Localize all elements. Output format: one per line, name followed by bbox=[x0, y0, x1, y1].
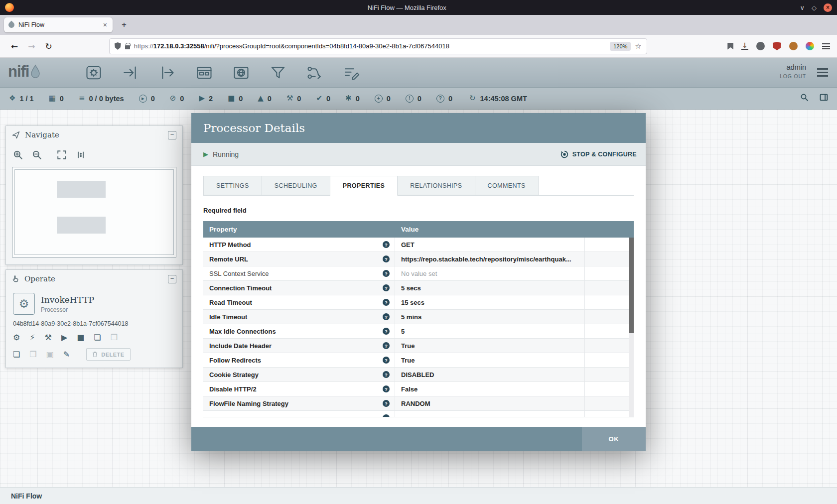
label-icon[interactable] bbox=[343, 64, 361, 82]
breadcrumb[interactable]: NiFi Flow bbox=[11, 492, 42, 500]
input-port-icon[interactable] bbox=[122, 64, 140, 82]
property-cell: Include Date Header? bbox=[203, 339, 395, 353]
zoom-level-badge[interactable]: 120% bbox=[610, 42, 631, 51]
zoom-out-icon[interactable] bbox=[32, 150, 42, 160]
help-icon[interactable]: ? bbox=[383, 284, 390, 291]
trash-icon bbox=[92, 351, 98, 358]
window-minimize-button[interactable]: ∨ bbox=[800, 4, 805, 11]
property-cell: Cookie Strategy? bbox=[203, 368, 395, 381]
table-scrollbar-thumb[interactable] bbox=[629, 238, 634, 333]
extension-icon[interactable] bbox=[789, 42, 798, 50]
browser-tab[interactable]: NiFi Flow × bbox=[4, 17, 113, 32]
property-row: SSL Context Service?No value set bbox=[203, 266, 629, 281]
birdseye-minimap[interactable] bbox=[12, 167, 176, 257]
group-button[interactable]: ❏ bbox=[94, 334, 101, 342]
logout-link[interactable]: LOG OUT bbox=[780, 73, 806, 79]
process-group-icon[interactable] bbox=[195, 64, 213, 82]
brush-button[interactable]: ✎ bbox=[63, 351, 70, 359]
remote-process-group-icon[interactable] bbox=[232, 64, 250, 82]
tracking-shield-icon[interactable] bbox=[115, 42, 121, 50]
table-scrollbar bbox=[629, 238, 634, 417]
stop-button[interactable]: ■ bbox=[77, 334, 84, 342]
property-value: DISABLED bbox=[395, 368, 585, 381]
search-icon[interactable] bbox=[800, 93, 809, 104]
property-extra-cell bbox=[585, 281, 629, 295]
funnel-icon[interactable] bbox=[269, 64, 287, 82]
extension-account-icon[interactable] bbox=[756, 42, 765, 50]
refresh-icon[interactable]: ↻ bbox=[469, 95, 476, 102]
global-menu-icon[interactable] bbox=[817, 68, 828, 70]
delete-button[interactable]: DELETE bbox=[86, 348, 130, 361]
new-tab-button[interactable]: + bbox=[118, 19, 131, 31]
help-icon[interactable]: ? bbox=[383, 270, 390, 277]
paste-button: ❐ bbox=[29, 351, 36, 359]
stale-icon: + bbox=[375, 95, 383, 103]
tab-scheduling[interactable]: SCHEDULING bbox=[262, 176, 330, 195]
zoom-actual-size-icon[interactable] bbox=[76, 150, 86, 160]
stop-and-configure-button[interactable]: STOP & CONFIGURE bbox=[560, 143, 637, 165]
property-value: RANDOM bbox=[395, 396, 585, 410]
panel-toggle-icon[interactable] bbox=[820, 93, 828, 104]
zoom-in-icon[interactable] bbox=[13, 150, 23, 160]
window-titlebar: NiFi Flow — Mozilla Firefox ∨ ◇ × bbox=[0, 0, 837, 15]
zoom-fit-icon[interactable] bbox=[57, 150, 67, 160]
bookmarks-icon[interactable] bbox=[727, 43, 733, 50]
stopped-icon: ■ bbox=[228, 95, 235, 102]
configure-button[interactable]: ⚙ bbox=[13, 334, 20, 342]
operate-row2: ❏❐▣✎ DELETE bbox=[13, 348, 175, 361]
tab-properties[interactable]: PROPERTIES bbox=[330, 176, 398, 196]
help-icon[interactable]: ? bbox=[383, 328, 390, 335]
start-button[interactable]: ▶ bbox=[61, 334, 67, 342]
navigate-collapse-button[interactable]: − bbox=[168, 131, 176, 139]
operate-collapse-button[interactable]: − bbox=[168, 275, 176, 283]
extension-pinwheel-icon[interactable] bbox=[806, 42, 814, 50]
help-icon[interactable]: ? bbox=[383, 299, 390, 306]
bookmark-star-icon[interactable]: ☆ bbox=[635, 42, 641, 51]
help-icon[interactable]: ? bbox=[383, 371, 390, 378]
transmitting-icon: ▸ bbox=[139, 95, 147, 103]
tab-settings[interactable]: SETTINGS bbox=[203, 176, 262, 195]
nifi-header: nifi admin LOG OUT bbox=[0, 58, 837, 88]
tab-close-icon[interactable]: × bbox=[102, 21, 108, 29]
processor-icon[interactable] bbox=[85, 64, 103, 82]
url-text[interactable]: https://172.18.0.3:32558/nifi/?processGr… bbox=[134, 42, 606, 50]
tab-comments[interactable]: COMMENTS bbox=[475, 176, 539, 195]
extension-ublock-icon[interactable] bbox=[773, 42, 781, 50]
breadcrumb-bar: NiFi Flow bbox=[0, 487, 837, 504]
help-icon[interactable]: ? bbox=[383, 414, 390, 417]
window-close-button[interactable]: × bbox=[824, 3, 832, 12]
window-maximize-button[interactable]: ◇ bbox=[812, 4, 817, 11]
url-bar[interactable]: https://172.18.0.3:32558/nifi/?processGr… bbox=[109, 38, 647, 54]
property-row: Disable HTTP/2?False bbox=[203, 382, 629, 396]
help-icon[interactable]: ? bbox=[383, 313, 390, 320]
help-icon[interactable]: ? bbox=[383, 342, 390, 349]
help-icon[interactable]: ? bbox=[383, 357, 390, 364]
enable-button[interactable]: ⚡ bbox=[29, 334, 35, 342]
help-icon[interactable]: ? bbox=[383, 400, 390, 407]
nifi-favicon-icon bbox=[7, 21, 16, 29]
disable-button[interactable]: ⚒ bbox=[45, 334, 52, 342]
property-name: HTTP Method bbox=[209, 241, 383, 249]
url-scheme: https:// bbox=[134, 42, 153, 50]
property-extra-cell bbox=[585, 238, 629, 252]
template-icon[interactable] bbox=[306, 64, 324, 82]
tab-relationships[interactable]: RELATIONSHIPS bbox=[398, 176, 475, 195]
ok-button[interactable]: OK bbox=[582, 427, 646, 451]
forward-button[interactable]: → bbox=[23, 39, 40, 53]
copy-button[interactable]: ❏ bbox=[13, 351, 20, 359]
help-icon[interactable]: ? bbox=[383, 385, 390, 392]
output-port-icon[interactable] bbox=[158, 64, 176, 82]
help-icon[interactable]: ? bbox=[383, 255, 390, 262]
back-button[interactable]: ← bbox=[6, 39, 23, 53]
property-name: FlowFile Naming Strategy bbox=[209, 400, 383, 407]
property-name: Follow Redirects bbox=[209, 357, 383, 364]
browser-menu-icon[interactable] bbox=[822, 43, 830, 44]
property-row: Connection Timeout?5 secs bbox=[203, 281, 629, 295]
reload-button[interactable]: ↻ bbox=[40, 39, 57, 53]
property-cell: Read Timeout? bbox=[203, 295, 395, 309]
lock-icon[interactable] bbox=[125, 45, 130, 49]
minimap-component bbox=[57, 181, 106, 198]
operate-panel: Operate − ⚙ InvokeHTTP Processor 04b8fd1… bbox=[5, 269, 183, 368]
downloads-icon[interactable]: ↓ bbox=[741, 42, 748, 50]
help-icon[interactable]: ? bbox=[383, 241, 390, 248]
